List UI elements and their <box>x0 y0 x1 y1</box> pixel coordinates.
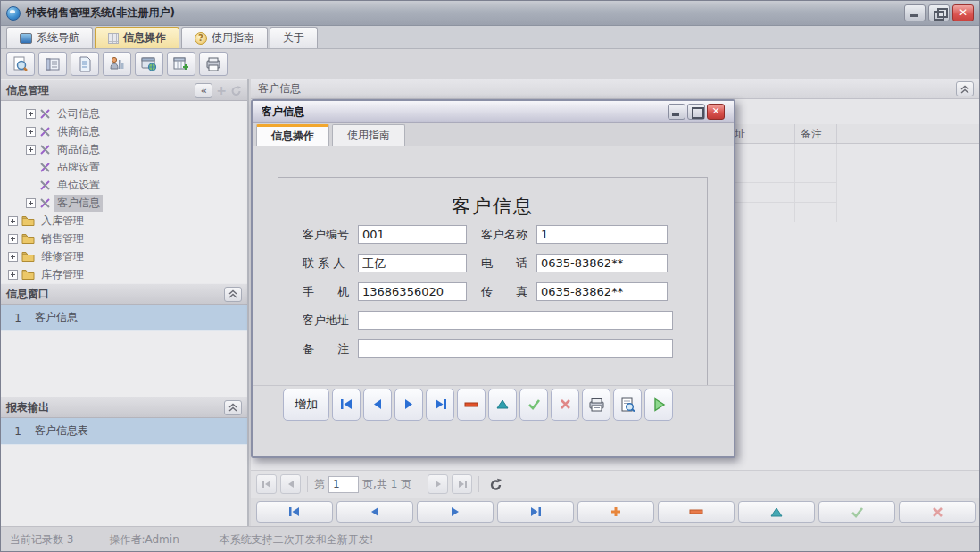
page-next-button[interactable] <box>428 474 448 494</box>
delete-record-button[interactable] <box>457 389 486 421</box>
record-post-button[interactable] <box>818 501 895 523</box>
expand-icon[interactable] <box>8 270 18 280</box>
table-add-button[interactable] <box>167 52 195 76</box>
expand-icon[interactable] <box>8 216 18 226</box>
customer-id-input[interactable] <box>358 225 467 244</box>
grid-icon <box>108 33 119 44</box>
print-button[interactable] <box>582 389 610 421</box>
table-row[interactable] <box>697 144 980 163</box>
content-panel-header: 客户信息 <box>251 79 980 99</box>
expand-icon[interactable] <box>26 109 36 119</box>
record-delete-button[interactable] <box>658 501 735 523</box>
table-row[interactable] <box>697 163 980 183</box>
check-icon <box>851 506 864 518</box>
page-last-button[interactable] <box>452 474 472 494</box>
close-button[interactable] <box>952 4 974 21</box>
chevron-up-icon <box>228 289 237 298</box>
tree-item-customer-info[interactable]: 客户信息 <box>1 194 247 212</box>
document-button[interactable] <box>71 52 99 76</box>
collapse-up-button[interactable] <box>224 287 242 302</box>
dialog-title: 客户信息 <box>262 105 304 120</box>
page-number-input[interactable] <box>328 476 359 493</box>
run-report-button[interactable] <box>644 389 673 421</box>
tab-system-nav[interactable]: 系统导航 <box>6 27 93 48</box>
refresh-icon <box>230 85 242 96</box>
customer-name-input[interactable] <box>536 225 668 244</box>
tree-item-company-info[interactable]: 公司信息 <box>1 105 247 122</box>
tree-item-label: 公司信息 <box>54 105 103 122</box>
record-add-button[interactable] <box>577 501 654 523</box>
record-cancel-button[interactable] <box>899 501 976 523</box>
page-prev-button[interactable] <box>280 474 301 494</box>
tree-item-supplier-info[interactable]: 供商信息 <box>1 122 247 140</box>
expand-icon[interactable] <box>8 252 18 262</box>
restore-button[interactable] <box>928 4 950 21</box>
dialog-minimize-button[interactable] <box>668 104 685 120</box>
dialog-maximize-button[interactable] <box>687 104 705 120</box>
grid-refresh-button[interactable] <box>486 474 506 494</box>
tree-item-sales-mgmt[interactable]: 销售管理 <box>1 230 247 247</box>
collapse-left-button[interactable]: « <box>195 83 212 98</box>
open-windows-list: 1 客户信息 <box>1 305 247 397</box>
table-row[interactable]: 聊城 <box>697 183 980 203</box>
tab-about[interactable]: 关于 <box>270 27 318 48</box>
prev-record-button[interactable] <box>363 389 392 421</box>
record-edit-button[interactable] <box>738 501 815 523</box>
search-document-button[interactable] <box>6 52 35 76</box>
mobile-input[interactable] <box>358 282 467 301</box>
collapse-up-button[interactable] <box>224 400 242 415</box>
contact-person-input[interactable] <box>358 254 467 272</box>
expand-icon[interactable] <box>8 234 18 244</box>
window-globe-button[interactable] <box>135 52 163 76</box>
report-list-item[interactable]: 1 客户信息表 <box>1 418 247 445</box>
refresh-icon <box>489 478 502 491</box>
page-first-button[interactable] <box>256 474 277 494</box>
record-next-button[interactable] <box>417 501 494 523</box>
tree-item-brand-settings[interactable]: 品牌设置 <box>1 158 247 176</box>
expand-icon[interactable] <box>26 145 36 155</box>
column-header-remark[interactable]: 备注 <box>795 124 837 143</box>
post-record-button[interactable] <box>519 389 548 421</box>
cancel-record-button[interactable] <box>551 389 579 421</box>
tool-icon <box>39 144 51 155</box>
record-last-button[interactable] <box>497 501 574 523</box>
first-record-button[interactable] <box>332 389 361 421</box>
user-report-button[interactable] <box>103 52 131 76</box>
data-list-button[interactable] <box>38 52 67 76</box>
tree-item-product-info[interactable]: 商品信息 <box>1 140 247 158</box>
window-list-item[interactable]: 1 客户信息 <box>1 305 247 331</box>
address-input[interactable] <box>358 311 673 330</box>
dialog-tab-user-guide[interactable]: 使用指南 <box>332 124 405 146</box>
dialog-close-button[interactable] <box>707 104 725 120</box>
record-navigator <box>251 498 980 526</box>
tree-item-inbound-mgmt[interactable]: 入库管理 <box>1 212 247 230</box>
print-preview-button[interactable] <box>613 389 642 421</box>
next-record-button[interactable] <box>394 389 423 421</box>
phone-input[interactable] <box>536 254 668 272</box>
tree-item-label: 商品信息 <box>54 141 103 158</box>
tree-item-repair-mgmt[interactable]: 维修管理 <box>1 247 247 265</box>
expand-icon[interactable] <box>26 127 36 137</box>
tab-info-ops[interactable]: 信息操作 <box>95 27 179 48</box>
tab-user-guide[interactable]: 使用指南 <box>181 27 268 48</box>
last-record-button[interactable] <box>426 389 454 421</box>
dialog-titlebar[interactable]: 客户信息 <box>253 101 734 123</box>
dialog-tab-info-ops[interactable]: 信息操作 <box>256 124 329 146</box>
minimize-button[interactable] <box>904 4 926 21</box>
table-row[interactable] <box>697 203 980 222</box>
add-record-button[interactable]: 增加 <box>283 389 329 421</box>
expand-icon[interactable] <box>26 198 36 208</box>
collapse-up-button[interactable] <box>956 81 974 96</box>
record-prev-button[interactable] <box>336 501 413 523</box>
tree-item-unit-settings[interactable]: 单位设置 <box>1 176 247 194</box>
tool-icon <box>39 162 51 173</box>
help-icon <box>195 32 207 45</box>
tree-item-stock-mgmt[interactable]: 库存管理 <box>1 265 247 283</box>
tool-icon <box>39 126 51 138</box>
app-window-icon <box>20 33 32 44</box>
edit-record-button[interactable] <box>488 389 517 421</box>
fax-input[interactable] <box>536 282 668 301</box>
remark-input[interactable] <box>358 339 673 358</box>
record-first-button[interactable] <box>256 501 333 523</box>
printer-tray-button[interactable] <box>199 52 228 76</box>
